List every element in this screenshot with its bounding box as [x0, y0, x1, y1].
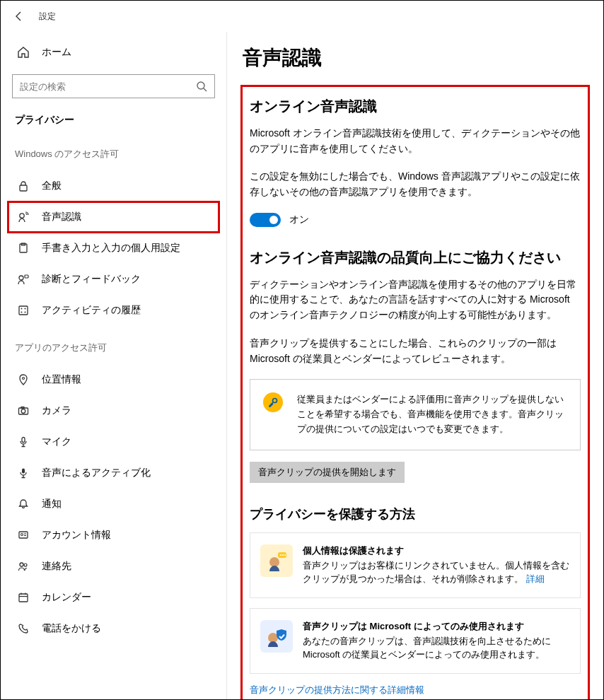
sidebar-item-label: 手書き入力と入力の個人用設定: [42, 242, 180, 255]
svg-point-33: [282, 554, 284, 556]
online-speech-toggle[interactable]: [250, 213, 281, 227]
speech-icon: [15, 211, 32, 223]
svg-rect-17: [22, 438, 25, 443]
clipboard-icon: [15, 243, 32, 254]
sidebar-item-diag[interactable]: 診断とフィードバック: [8, 264, 219, 295]
sidebar-item-phone[interactable]: 電話をかける: [8, 613, 219, 644]
sidebar-item-label: 位置情報: [42, 373, 81, 386]
home-icon: [15, 46, 32, 59]
card1-title: 個人情報は保護されます: [303, 544, 570, 557]
sidebar-category-heading: プライバシー: [15, 114, 219, 127]
back-button[interactable]: [9, 6, 29, 26]
svg-point-29: [273, 399, 277, 403]
card1-learn-more-link[interactable]: 詳細: [526, 573, 545, 584]
group-label-apps: アプリのアクセス許可: [15, 342, 219, 354]
activity-icon: [15, 305, 32, 316]
footer-learn-more-link[interactable]: 音声クリップの提供方法に関する詳細情報: [250, 684, 581, 696]
section2-para1: ディクテーションやオンライン音声認識を使用するその他のアプリを日常的に使用するこ…: [250, 277, 581, 323]
svg-rect-7: [25, 275, 28, 278]
svg-point-34: [284, 554, 286, 556]
svg-point-12: [25, 312, 26, 313]
highlighted-region: オンライン音声認識 Microsoft オンライン音声認識技術を使用して、ディク…: [243, 87, 588, 699]
person-shield-icon: [260, 620, 293, 653]
content: 音声認識 オンライン音声認識 Microsoft オンライン音声認識技術を使用し…: [227, 32, 603, 699]
camera-icon: [15, 405, 32, 416]
sidebar-item-activity[interactable]: アクティビティの履歴: [8, 295, 219, 326]
privacy-card-protected: 個人情報は保護されます 音声クリップはお客様にリンクされていません。個人情報を含…: [250, 532, 581, 598]
section2-para2: 音声クリップを提供することにした場合、これらのクリップの一部は Microsof…: [250, 336, 581, 366]
sidebar-item-label: カレンダー: [42, 591, 91, 604]
sidebar-item-contacts[interactable]: 連絡先: [8, 551, 219, 582]
svg-point-3: [20, 214, 24, 218]
sidebar-item-label: 診断とフィードバック: [42, 273, 141, 286]
sidebar-home[interactable]: ホーム: [8, 37, 219, 67]
svg-rect-25: [19, 594, 28, 602]
search-box[interactable]: [12, 74, 215, 98]
group-label-windows: Windows のアクセス許可: [15, 148, 219, 161]
sidebar-item-camera[interactable]: カメラ: [8, 395, 219, 426]
sidebar-item-calendar[interactable]: カレンダー: [8, 582, 219, 613]
section3-title: プライバシーを保護する方法: [250, 506, 581, 523]
sidebar-item-label: マイク: [42, 436, 71, 448]
mic-icon: [15, 436, 32, 448]
section1-para1: Microsoft オンライン音声認識技術を使用して、ディクテーションやその他の…: [250, 126, 581, 156]
sidebar-item-label: 全般: [42, 180, 62, 192]
section1-title: オンライン音声認識: [250, 97, 581, 116]
svg-point-20: [21, 534, 23, 536]
location-icon: [15, 374, 32, 385]
sidebar-item-voice-activation[interactable]: 音声によるアクティブ化: [8, 457, 219, 489]
feedback-icon: [15, 274, 32, 285]
svg-rect-18: [22, 469, 25, 474]
svg-point-24: [24, 564, 27, 566]
section1-para2: この設定を無効にした場合でも、Windows 音声認識アプリやこの設定に依存しな…: [250, 169, 581, 199]
sidebar-item-label: 連絡先: [42, 560, 71, 573]
sidebar-item-location[interactable]: 位置情報: [8, 364, 219, 395]
sidebar-item-label: 通知: [42, 498, 62, 511]
contacts-icon: [15, 561, 32, 572]
svg-rect-19: [19, 532, 28, 538]
toggle-state-label: オン: [289, 214, 309, 226]
svg-point-30: [269, 557, 279, 567]
svg-rect-8: [19, 306, 28, 315]
sidebar-item-label: 電話をかける: [42, 622, 101, 635]
info-box: 従業員またはベンダーによる評価用に音声クリップを提供しないことを希望する場合でも…: [250, 379, 581, 450]
sidebar-item-mic[interactable]: マイク: [8, 426, 219, 457]
bell-icon: [15, 498, 32, 510]
search-icon: [196, 81, 207, 92]
voice-activation-icon: [15, 467, 32, 479]
page-title: 音声認識: [243, 45, 588, 71]
arrow-left-icon: [13, 11, 25, 22]
svg-point-13: [23, 378, 25, 380]
sidebar-item-account[interactable]: アカウント情報: [8, 520, 219, 551]
start-contribute-button[interactable]: 音声クリップの提供を開始します: [250, 462, 405, 483]
svg-line-1: [204, 88, 207, 91]
card2-title: 音声クリップは Microsoft によってのみ使用されます: [303, 620, 570, 633]
svg-point-11: [21, 312, 23, 313]
sidebar-item-label: アクティビティの履歴: [42, 304, 141, 317]
svg-point-32: [280, 554, 281, 556]
section2-title: オンライン音声認識の品質向上にご協力ください: [250, 248, 581, 267]
svg-rect-2: [20, 185, 27, 191]
toggle-knob: [269, 216, 278, 224]
svg-point-15: [21, 409, 25, 414]
card1-desc: 音声クリップはお客様にリンクされていません。個人情報を含むクリップが見つかった場…: [303, 559, 570, 586]
account-icon: [15, 530, 32, 541]
calendar-icon: [15, 592, 32, 603]
sidebar-item-notifications[interactable]: 通知: [8, 489, 219, 520]
svg-point-9: [21, 308, 23, 310]
titlebar-title: 設定: [39, 11, 56, 23]
sidebar-home-label: ホーム: [42, 46, 71, 59]
titlebar: 設定: [1, 1, 603, 32]
sidebar-item-speech[interactable]: 音声認識: [8, 202, 219, 233]
sidebar-item-label: カメラ: [42, 404, 71, 417]
sidebar-item-label: アカウント情報: [42, 529, 111, 542]
sidebar-item-general[interactable]: 全般: [8, 170, 219, 202]
svg-point-6: [19, 276, 23, 280]
key-icon: [263, 392, 283, 412]
sidebar-item-label: 音声認識: [42, 211, 81, 223]
sidebar: ホーム プライバシー Windows のアクセス許可 全般 音声認識 手書き入力…: [1, 32, 227, 699]
svg-point-0: [197, 82, 204, 89]
sidebar-item-ink[interactable]: 手書き入力と入力の個人用設定: [8, 233, 219, 264]
search-input[interactable]: [20, 81, 196, 92]
person-chat-icon: [260, 544, 293, 577]
